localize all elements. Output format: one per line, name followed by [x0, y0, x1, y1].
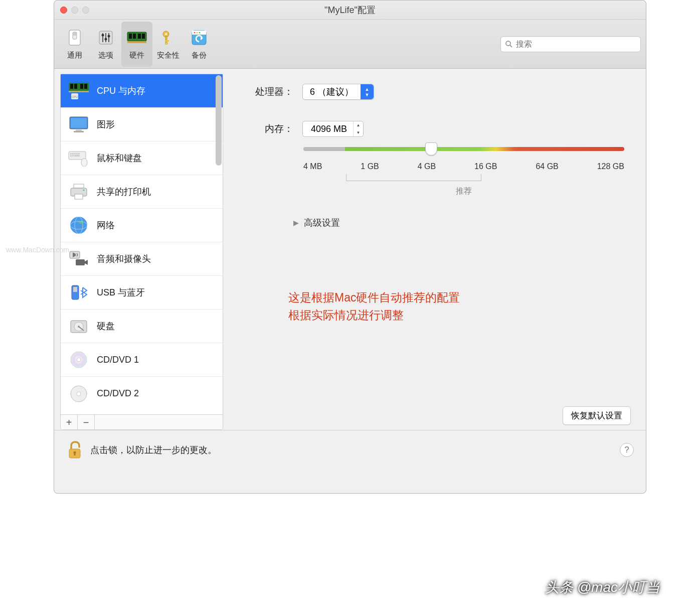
svg-rect-15 [127, 41, 146, 43]
cpu-row: 处理器： 6 （建议） ▲▼ [243, 84, 626, 100]
add-button[interactable]: + [61, 415, 78, 429]
sidebar-item-label: 鼠标和键盘 [97, 152, 142, 164]
tab-backup[interactable]: 备份 [184, 22, 215, 67]
remove-button[interactable]: − [78, 415, 95, 429]
restore-defaults-button[interactable]: 恢复默认设置 [563, 406, 631, 425]
audio-camera-icon [68, 248, 90, 270]
sidebar-item-network[interactable]: 网络 [61, 209, 223, 242]
globe-icon [68, 214, 90, 236]
usb-bluetooth-icon [68, 281, 90, 304]
svg-rect-13 [138, 34, 141, 39]
svg-point-7 [102, 34, 104, 37]
svg-point-49 [81, 159, 87, 167]
sidebar-item-label: CD/DVD 2 [97, 388, 139, 399]
svg-point-9 [108, 35, 110, 38]
search-input[interactable] [516, 40, 636, 49]
svg-rect-39 [74, 131, 84, 132]
svg-rect-29 [70, 84, 73, 89]
backup-icon [189, 28, 209, 48]
sidebar-item-usb-bluetooth[interactable]: USB 与蓝牙 [61, 276, 223, 310]
sidebar-item-label: 硬盘 [97, 320, 115, 332]
svg-rect-46 [70, 155, 72, 157]
sidebar-item-harddisk[interactable]: 硬盘 [61, 310, 223, 343]
svg-rect-11 [129, 34, 132, 39]
ram-icon: CPU [68, 80, 90, 102]
svg-rect-20 [165, 43, 168, 44]
titlebar: "MyLife"配置 [54, 1, 646, 20]
lock-icon[interactable] [66, 440, 83, 460]
svg-rect-47 [72, 155, 74, 157]
search-icon [505, 40, 513, 48]
sliders-icon [96, 28, 116, 48]
svg-rect-72 [74, 452, 76, 456]
content-body: CPU CPU 与内存 图形 鼠标和键盘 共享的打印机 网络 [54, 69, 646, 430]
tab-general[interactable]: 通用 [59, 22, 90, 67]
sidebar-item-label: 共享的打印机 [97, 186, 151, 198]
tab-security[interactable]: 安全性 [152, 22, 184, 67]
harddisk-icon [68, 315, 90, 337]
monitor-icon [68, 113, 90, 135]
svg-rect-19 [165, 40, 169, 42]
sidebar-item-graphics[interactable]: 图形 [61, 108, 223, 141]
svg-rect-41 [70, 153, 72, 155]
sidebar-item-cpu-memory[interactable]: CPU CPU 与内存 [61, 74, 223, 108]
svg-rect-37 [71, 118, 87, 128]
main-panel: 处理器： 6 （建议） ▲▼ 内存： 4096 MB ▲▼ 4 MB [223, 69, 646, 430]
sidebar-item-audio-camera[interactable]: 音频和摄像头 [61, 242, 223, 276]
svg-rect-31 [80, 84, 83, 89]
recommended-label: 推荐 [303, 186, 624, 197]
chevron-right-icon: ▶ [293, 219, 299, 227]
svg-rect-44 [76, 153, 78, 155]
recommended-bracket [346, 174, 481, 181]
memory-label: 内存： [243, 122, 293, 135]
svg-rect-30 [74, 84, 77, 89]
svg-rect-43 [74, 153, 76, 155]
search-field[interactable] [500, 36, 641, 52]
footer-text: 点击锁，以防止进一步的更改。 [90, 444, 217, 456]
memory-input[interactable]: 4096 MB ▲▼ [302, 121, 364, 137]
svg-point-26 [506, 41, 510, 46]
switch-icon [65, 28, 85, 48]
svg-point-25 [199, 32, 201, 34]
sidebar-item-shared-printers[interactable]: 共享的打印机 [61, 175, 223, 209]
sidebar-item-mouse-keyboard[interactable]: 鼠标和键盘 [61, 141, 223, 175]
cpu-value: 6 （建议） [303, 86, 361, 98]
svg-rect-38 [76, 129, 82, 131]
svg-point-24 [197, 32, 198, 34]
annotation-text: 这是根据Mac硬件自动推荐的配置 根据实际情况进行调整 [288, 289, 626, 324]
svg-rect-12 [133, 34, 136, 39]
advanced-label: 高级设置 [304, 217, 340, 229]
help-button[interactable]: ? [620, 443, 634, 457]
sidebar: CPU CPU 与内存 图形 鼠标和键盘 共享的打印机 网络 [60, 74, 223, 430]
toolbar: 通用 选项 硬件 安全性 备份 [54, 20, 646, 69]
slider-thumb[interactable] [425, 142, 437, 156]
sidebar-item-cddvd2[interactable]: CD/DVD 2 [61, 377, 223, 410]
window-title: "MyLife"配置 [54, 4, 646, 16]
keyboard-mouse-icon [68, 147, 90, 169]
sidebar-item-label: 图形 [97, 118, 115, 130]
memory-slider[interactable]: 4 MB 1 GB 4 GB 16 GB 64 GB 128 GB 推荐 [303, 147, 624, 197]
sidebar-list: CPU CPU 与内存 图形 鼠标和键盘 共享的打印机 网络 [61, 74, 223, 414]
svg-rect-2 [73, 33, 76, 36]
sidebar-item-cddvd1[interactable]: CD/DVD 1 [61, 343, 223, 377]
sidebar-footer: + − [61, 414, 223, 429]
svg-rect-14 [142, 34, 145, 39]
svg-point-8 [105, 38, 107, 41]
slider-track [303, 147, 624, 151]
sidebar-scrollbar[interactable] [215, 74, 223, 375]
svg-line-27 [510, 45, 512, 47]
sidebar-item-label: USB 与蓝牙 [97, 286, 145, 298]
svg-text:CPU: CPU [72, 95, 78, 98]
footer: 点击锁，以防止进一步的更改。 ? [54, 430, 646, 469]
svg-rect-42 [72, 153, 74, 155]
sidebar-item-label: 音频和摄像头 [97, 253, 151, 265]
advanced-disclosure[interactable]: ▶ 高级设置 [293, 217, 626, 229]
tab-hardware[interactable]: 硬件 [121, 22, 152, 67]
cpu-select[interactable]: 6 （建议） ▲▼ [302, 84, 374, 100]
svg-point-54 [70, 217, 87, 234]
svg-point-17 [165, 33, 167, 35]
stepper-buttons[interactable]: ▲▼ [353, 121, 363, 136]
tab-options[interactable]: 选项 [90, 22, 121, 67]
cpu-label: 处理器： [243, 85, 293, 98]
svg-rect-50 [74, 184, 84, 188]
